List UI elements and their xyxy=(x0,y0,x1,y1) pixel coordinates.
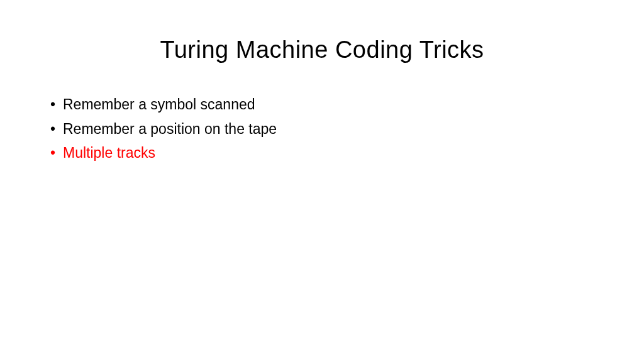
bullet-list: Remember a symbol scanned Remember a pos… xyxy=(44,94,600,164)
bullet-item: Multiple tracks xyxy=(49,142,600,164)
slide-title: Turing Machine Coding Tricks xyxy=(44,36,600,63)
bullet-item: Remember a position on the tape xyxy=(49,118,600,140)
slide-container: Turing Machine Coding Tricks Remember a … xyxy=(0,0,644,362)
bullet-item: Remember a symbol scanned xyxy=(49,94,600,116)
